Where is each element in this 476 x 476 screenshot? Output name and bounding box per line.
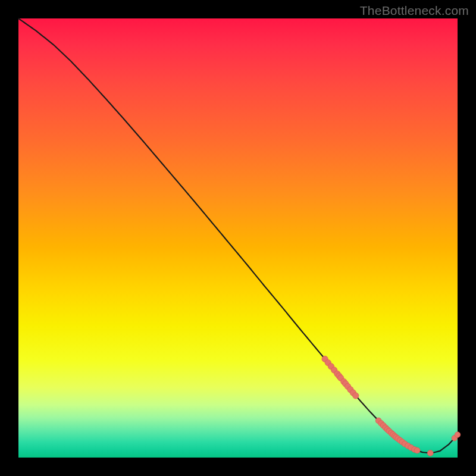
data-marker [353, 393, 359, 399]
watermark-text: TheBottleneck.com [360, 4, 469, 18]
curve-svg [18, 18, 458, 458]
chart-frame: TheBottleneck.com [0, 0, 476, 476]
data-marker [455, 432, 461, 438]
data-marker [427, 450, 433, 456]
data-markers [322, 356, 461, 456]
bottleneck-curve [18, 18, 458, 453]
data-marker [414, 447, 420, 453]
plot-area [18, 18, 458, 458]
